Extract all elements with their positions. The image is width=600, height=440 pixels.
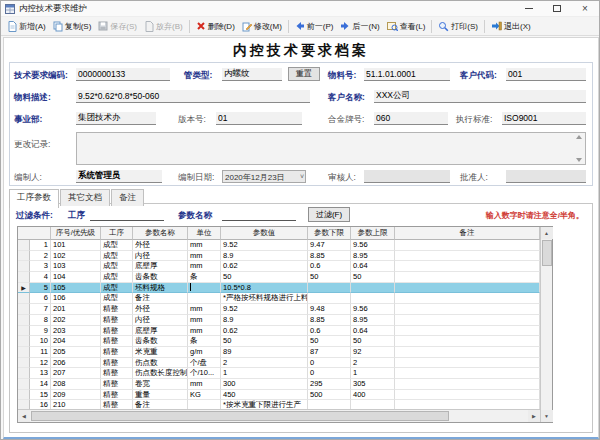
table-cell[interactable]: 底壁厚 bbox=[133, 261, 188, 272]
table-cell[interactable] bbox=[395, 390, 540, 401]
table-cell[interactable]: 9.48 bbox=[308, 304, 351, 315]
table-cell[interactable] bbox=[308, 283, 351, 294]
table-cell[interactable]: 295 bbox=[308, 379, 351, 390]
table-cell[interactable]: 精整 bbox=[101, 326, 133, 337]
table-cell[interactable]: 10 bbox=[30, 336, 51, 347]
table-cell[interactable]: 7 bbox=[30, 304, 51, 315]
table-cell[interactable]: 50 bbox=[351, 272, 395, 283]
table-cell[interactable]: 3 bbox=[30, 261, 51, 272]
row-selector-cell[interactable] bbox=[18, 368, 30, 379]
compiler-field[interactable] bbox=[76, 170, 162, 183]
delete-button[interactable]: 删除(D) bbox=[193, 19, 238, 34]
table-cell[interactable] bbox=[395, 251, 540, 262]
row-selector-cell[interactable] bbox=[18, 293, 30, 304]
table-cell[interactable]: 成型 bbox=[101, 272, 133, 283]
material-desc-field[interactable] bbox=[76, 90, 310, 103]
column-header[interactable]: 序号/优先级 bbox=[51, 227, 101, 240]
column-header[interactable]: 参数上限 bbox=[351, 227, 395, 240]
horizontal-scrollbar[interactable]: ◀ ▶ bbox=[18, 409, 540, 422]
table-cell[interactable] bbox=[351, 283, 395, 294]
table-cell[interactable]: 50 bbox=[308, 336, 351, 347]
table-cell[interactable]: 伤点数 bbox=[133, 358, 188, 369]
table-cell[interactable] bbox=[308, 293, 351, 304]
table-cell[interactable]: 0.62 bbox=[221, 261, 308, 272]
table-cell[interactable]: mm bbox=[188, 379, 221, 390]
view-button[interactable]: 查看(L) bbox=[384, 19, 429, 34]
table-cell[interactable]: 伤点数长度控制 bbox=[133, 368, 188, 379]
table-cell[interactable]: 个/10... bbox=[188, 368, 221, 379]
table-cell[interactable]: 1 bbox=[351, 368, 395, 379]
table-row[interactable]: 12206精整伤点数个/盘202 bbox=[18, 358, 540, 369]
table-row[interactable]: 11205精整米克重g/m898792 bbox=[18, 347, 540, 358]
table-cell[interactable]: 103 bbox=[51, 261, 101, 272]
material-no-field[interactable] bbox=[364, 68, 450, 81]
table-cell[interactable]: 102 bbox=[51, 251, 101, 262]
row-selector-cell[interactable] bbox=[18, 390, 30, 401]
table-cell[interactable] bbox=[395, 315, 540, 326]
table-cell[interactable]: 外径 bbox=[133, 304, 188, 315]
table-row[interactable]: ▶5105成型坯料规格10.5*0.8 bbox=[18, 283, 540, 294]
table-cell[interactable]: 204 bbox=[51, 336, 101, 347]
table-cell[interactable] bbox=[395, 293, 540, 304]
table-row[interactable]: 16210精整备注*按米克重下限进行生产 bbox=[18, 400, 540, 409]
row-selector-cell[interactable] bbox=[18, 347, 30, 358]
table-cell[interactable] bbox=[395, 261, 540, 272]
table-cell[interactable]: *严格按坯料规格进行上料。 bbox=[221, 293, 308, 304]
column-header[interactable]: 单位 bbox=[188, 227, 221, 240]
table-cell[interactable]: 8.85 bbox=[308, 315, 351, 326]
new-button[interactable]: 新增(A) bbox=[4, 19, 49, 34]
column-header[interactable]: 工序 bbox=[101, 227, 133, 240]
table-cell[interactable]: 15 bbox=[30, 390, 51, 401]
table-cell[interactable]: 精整 bbox=[101, 368, 133, 379]
table-cell[interactable] bbox=[395, 379, 540, 390]
table-cell[interactable]: 16 bbox=[30, 400, 51, 409]
table-cell[interactable]: 207 bbox=[51, 368, 101, 379]
row-selector-cell[interactable] bbox=[18, 400, 30, 409]
table-cell[interactable]: 5 bbox=[30, 283, 51, 294]
row-selector-cell[interactable] bbox=[18, 240, 30, 251]
column-header[interactable]: 备注 bbox=[395, 227, 540, 240]
table-cell[interactable]: mm bbox=[188, 315, 221, 326]
table-cell[interactable]: 1 bbox=[221, 368, 308, 379]
table-cell[interactable]: 9.56 bbox=[351, 304, 395, 315]
version-field[interactable] bbox=[216, 112, 302, 125]
table-cell[interactable]: 11 bbox=[30, 347, 51, 358]
table-cell[interactable]: 50 bbox=[221, 336, 308, 347]
table-cell[interactable]: 内径 bbox=[133, 315, 188, 326]
table-cell[interactable]: 卷宽 bbox=[133, 379, 188, 390]
table-cell[interactable] bbox=[395, 368, 540, 379]
table-cell[interactable]: KG bbox=[188, 390, 221, 401]
table-cell[interactable]: 条 bbox=[188, 336, 221, 347]
table-cell[interactable]: 105 bbox=[51, 283, 101, 294]
table-cell[interactable]: 101 bbox=[51, 240, 101, 251]
table-cell[interactable]: 210 bbox=[51, 400, 101, 409]
table-cell[interactable] bbox=[395, 347, 540, 358]
table-cell[interactable]: 450 bbox=[221, 390, 308, 401]
table-cell[interactable]: 0.64 bbox=[351, 326, 395, 337]
table-cell[interactable]: 精整 bbox=[101, 400, 133, 409]
table-row[interactable]: 4104成型齿条数条505050 bbox=[18, 272, 540, 283]
table-cell[interactable]: 备注 bbox=[133, 293, 188, 304]
table-row[interactable]: 9203精整底壁厚mm0.620.60.64 bbox=[18, 326, 540, 337]
table-cell[interactable]: 成型 bbox=[101, 283, 133, 294]
table-cell[interactable]: *按米克重下限进行生产 bbox=[221, 400, 308, 409]
table-cell[interactable]: 9.47 bbox=[308, 240, 351, 251]
table-cell[interactable]: mm bbox=[188, 240, 221, 251]
tab-process-params[interactable]: 工序参数 bbox=[9, 189, 59, 208]
table-cell[interactable]: 个/盘 bbox=[188, 358, 221, 369]
table-cell[interactable]: 条 bbox=[188, 272, 221, 283]
table-cell[interactable]: 备注 bbox=[133, 400, 188, 409]
change-record-memo[interactable] bbox=[76, 132, 586, 165]
division-field[interactable] bbox=[76, 112, 156, 125]
table-cell[interactable]: 203 bbox=[51, 326, 101, 337]
filter-param-input[interactable] bbox=[222, 208, 296, 221]
table-cell[interactable]: mm bbox=[188, 251, 221, 262]
row-selector-cell[interactable] bbox=[18, 379, 30, 390]
table-cell[interactable]: 500 bbox=[308, 390, 351, 401]
filter-button[interactable]: 过滤(F) bbox=[308, 207, 350, 222]
table-cell[interactable]: 精整 bbox=[101, 304, 133, 315]
table-cell[interactable]: 0.6 bbox=[308, 326, 351, 337]
row-selector-cell[interactable] bbox=[18, 251, 30, 262]
customer-code-field[interactable] bbox=[506, 68, 586, 81]
table-cell[interactable]: 2 bbox=[351, 358, 395, 369]
